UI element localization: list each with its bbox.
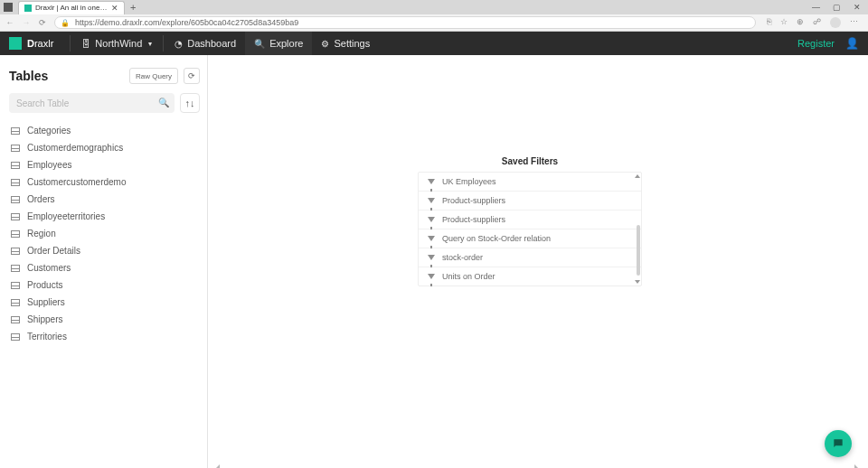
saved-filter-item[interactable]: Product-suppliers bbox=[419, 211, 641, 229]
table-item-label: Categories bbox=[27, 126, 71, 136]
saved-filter-item[interactable]: Query on Stock-Order relation bbox=[419, 229, 641, 248]
table-icon bbox=[11, 145, 20, 152]
saved-filters-list: UK EmployeesProduct-suppliersProduct-sup… bbox=[419, 173, 641, 285]
filter-icon bbox=[428, 236, 435, 241]
collections-icon[interactable]: ⊕ bbox=[797, 17, 804, 28]
table-item[interactable]: Employees bbox=[9, 156, 200, 173]
nav-reload-button[interactable]: ⟳ bbox=[38, 18, 47, 27]
search-icon: 🔍 bbox=[158, 98, 169, 108]
browser-toolbar: ← → ⟳ 🔒 https://demo.draxlr.com/explore/… bbox=[0, 14, 868, 32]
table-item[interactable]: Categories bbox=[9, 122, 200, 139]
table-item-label: Customercustomerdemo bbox=[27, 177, 126, 187]
extensions-icon[interactable]: ☍ bbox=[813, 17, 821, 28]
user-icon[interactable]: 👤 bbox=[845, 37, 859, 50]
register-link[interactable]: Register bbox=[797, 38, 835, 49]
table-item[interactable]: Suppliers bbox=[9, 294, 200, 311]
filter-icon bbox=[428, 179, 435, 184]
content-scrollbar-horizontal-bottom[interactable] bbox=[208, 464, 868, 468]
nav-forward-button[interactable]: → bbox=[22, 18, 31, 27]
gear-icon: ⚙ bbox=[321, 39, 329, 49]
db-selector[interactable]: 🗄 NorthWind ▾ bbox=[72, 32, 161, 55]
nav-settings[interactable]: ⚙ Settings bbox=[312, 32, 379, 55]
gauge-icon: ◔ bbox=[175, 39, 183, 49]
table-icon bbox=[11, 265, 20, 272]
table-icon bbox=[11, 213, 20, 220]
saved-filters-panel: Saved Filters UK EmployeesProduct-suppli… bbox=[418, 156, 642, 286]
scroll-up-arrow[interactable] bbox=[635, 174, 640, 178]
table-icon bbox=[11, 299, 20, 306]
saved-filter-label: stock-order bbox=[442, 253, 483, 262]
nav-explore-label: Explore bbox=[269, 38, 303, 49]
nav-separator bbox=[163, 35, 164, 51]
nav-dashboard[interactable]: ◔ Dashboard bbox=[165, 32, 245, 55]
table-item[interactable]: Employeeterritories bbox=[9, 208, 200, 225]
table-icon bbox=[11, 248, 20, 255]
table-item[interactable]: Customercustomerdemo bbox=[9, 173, 200, 191]
table-item-label: Products bbox=[27, 280, 62, 290]
saved-filter-label: Units on Order bbox=[442, 272, 495, 281]
table-item-label: Order Details bbox=[27, 246, 80, 256]
table-icon bbox=[11, 316, 20, 323]
tables-sidebar: Tables Raw Query ⟳ 🔍 ↑↓ CategoriesCustom… bbox=[0, 55, 208, 468]
window-close-button[interactable]: ✕ bbox=[854, 3, 861, 12]
sort-tables-button[interactable]: ↑↓ bbox=[180, 93, 200, 113]
table-item[interactable]: Customers bbox=[9, 259, 200, 276]
scroll-down-arrow[interactable] bbox=[635, 280, 640, 284]
window-minimize-button[interactable]: — bbox=[812, 3, 820, 12]
chevron-down-icon: ▾ bbox=[148, 40, 152, 48]
table-item[interactable]: Orders bbox=[9, 191, 200, 208]
raw-query-button[interactable]: Raw Query bbox=[129, 68, 178, 84]
table-item[interactable]: Products bbox=[9, 276, 200, 294]
profile-avatar[interactable] bbox=[830, 17, 841, 28]
browser-tab[interactable]: Draxlr | An all in one platform to ✕ bbox=[18, 1, 125, 14]
app-navbar: Draxlr 🗄 NorthWind ▾ ◔ Dashboard 🔍 Explo… bbox=[0, 32, 868, 55]
table-item-label: Region bbox=[27, 229, 56, 239]
table-item[interactable]: Customerdemographics bbox=[9, 139, 200, 156]
browser-menu-button[interactable]: ⋯ bbox=[850, 17, 859, 28]
chat-fab[interactable] bbox=[825, 430, 852, 457]
address-bar[interactable]: 🔒 https://demo.draxlr.com/explore/605b0c… bbox=[54, 16, 756, 29]
app-brand[interactable]: Draxlr bbox=[27, 38, 53, 49]
nav-back-button[interactable]: ← bbox=[5, 18, 14, 27]
new-tab-button[interactable]: + bbox=[130, 2, 136, 13]
table-item-label: Suppliers bbox=[27, 297, 65, 307]
window-maximize-button[interactable]: ▢ bbox=[833, 3, 841, 12]
saved-filter-item[interactable]: Product-suppliers bbox=[419, 192, 641, 211]
database-icon: 🗄 bbox=[81, 39, 90, 49]
table-icon bbox=[11, 333, 20, 341]
reader-mode-icon[interactable]: ⎘ bbox=[767, 17, 771, 28]
table-item-label: Orders bbox=[27, 194, 55, 204]
tab-favicon bbox=[24, 5, 32, 12]
saved-filter-label: Product-suppliers bbox=[442, 196, 505, 205]
saved-filter-item[interactable]: UK Employees bbox=[419, 173, 641, 192]
saved-filter-label: Query on Stock-Order relation bbox=[442, 234, 551, 243]
saved-filter-item[interactable]: Units on Order bbox=[419, 267, 641, 285]
saved-filters-scrollbar[interactable] bbox=[637, 225, 640, 276]
saved-filter-label: UK Employees bbox=[442, 177, 496, 186]
filter-icon bbox=[428, 217, 435, 222]
table-search-input[interactable] bbox=[9, 93, 175, 113]
table-list: CategoriesCustomerdemographicsEmployeesC… bbox=[9, 122, 200, 345]
content-area: Saved Filters UK EmployeesProduct-suppli… bbox=[208, 55, 868, 468]
favorites-icon[interactable]: ☆ bbox=[780, 17, 788, 28]
browser-titlebar: Draxlr | An all in one platform to ✕ + —… bbox=[0, 0, 868, 14]
table-item[interactable]: Region bbox=[9, 225, 200, 242]
nav-settings-label: Settings bbox=[334, 38, 370, 49]
table-item[interactable]: Shippers bbox=[9, 311, 200, 328]
tab-close-icon[interactable]: ✕ bbox=[111, 4, 118, 13]
refresh-tables-button[interactable]: ⟳ bbox=[184, 68, 200, 84]
chat-icon bbox=[832, 437, 844, 450]
saved-filter-label: Product-suppliers bbox=[442, 215, 505, 224]
table-item-label: Customerdemographics bbox=[27, 143, 123, 153]
table-item[interactable]: Territories bbox=[9, 328, 200, 345]
saved-filters-box: UK EmployeesProduct-suppliersProduct-sup… bbox=[418, 172, 642, 286]
nav-explore[interactable]: 🔍 Explore bbox=[245, 32, 312, 55]
table-item-label: Shippers bbox=[27, 314, 62, 324]
table-item[interactable]: Order Details bbox=[9, 242, 200, 259]
nav-dashboard-label: Dashboard bbox=[187, 38, 236, 49]
app-logo[interactable] bbox=[9, 37, 22, 50]
db-selector-label: NorthWind bbox=[95, 38, 142, 49]
saved-filter-item[interactable]: stock-order bbox=[419, 248, 641, 267]
lock-icon: 🔒 bbox=[61, 19, 70, 27]
table-icon bbox=[11, 127, 20, 135]
